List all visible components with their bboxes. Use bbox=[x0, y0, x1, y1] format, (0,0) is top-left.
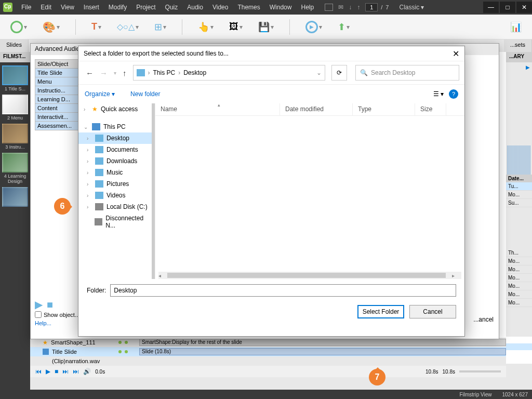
lib-row[interactable]: Mo... bbox=[506, 290, 532, 299]
help-link[interactable]: Help... bbox=[35, 320, 51, 326]
ff-icon[interactable]: ⏭ bbox=[62, 368, 69, 375]
show-objects-checkbox[interactable] bbox=[35, 311, 42, 318]
table-row[interactable]: Learning D... bbox=[35, 95, 82, 104]
folder-input[interactable] bbox=[110, 284, 456, 297]
breadcrumb-item[interactable]: This PC bbox=[153, 69, 176, 76]
assets-tool[interactable]: 📊 bbox=[510, 21, 522, 33]
view-options[interactable]: ☰ ▾ bbox=[433, 90, 444, 98]
add-tool[interactable]: ▾ bbox=[10, 21, 27, 33]
tab-slides[interactable]: Slides bbox=[0, 39, 29, 52]
maximize-button[interactable]: □ bbox=[500, 2, 515, 13]
page-current[interactable]: 1 bbox=[365, 3, 378, 11]
play-icon[interactable]: ▶ bbox=[46, 368, 50, 375]
menu-themes[interactable]: Themes bbox=[233, 2, 264, 13]
objects-tool[interactable]: ⊞▾ bbox=[154, 21, 166, 33]
speaker-icon[interactable]: 🔊 bbox=[83, 368, 91, 375]
lib-row[interactable]: Mo... bbox=[506, 282, 532, 290]
menu-project[interactable]: Project bbox=[131, 2, 160, 13]
minimize-button[interactable]: — bbox=[483, 2, 499, 13]
recent-dropdown-icon[interactable]: ▾ bbox=[112, 68, 118, 78]
menu-help[interactable]: Help bbox=[296, 2, 318, 13]
download-icon[interactable]: ↓ bbox=[349, 4, 352, 11]
slide-thumb-3[interactable]: 3 Instru... bbox=[2, 124, 28, 150]
close-icon[interactable]: ✕ bbox=[453, 49, 459, 59]
tree-videos[interactable]: ›Videos bbox=[78, 190, 155, 201]
lib-row[interactable]: Su... bbox=[506, 199, 532, 207]
slide-thumb-4[interactable]: 4 Learning Design bbox=[2, 153, 28, 184]
rewind-icon[interactable]: ⏮ bbox=[35, 368, 42, 375]
cancel-button[interactable]: Cancel bbox=[409, 305, 456, 318]
menu-quiz[interactable]: Quiz bbox=[161, 2, 183, 13]
stop-icon[interactable]: ■ bbox=[47, 299, 53, 311]
menu-file[interactable]: File bbox=[17, 2, 36, 13]
record-tool[interactable]: 💾▾ bbox=[258, 21, 274, 33]
table-row[interactable]: Interactivit... bbox=[35, 113, 82, 122]
lib-row[interactable]: Tu... bbox=[506, 182, 532, 191]
media-tool[interactable]: 🖼▾ bbox=[229, 21, 243, 32]
tab-assets[interactable]: ...sets bbox=[504, 39, 532, 52]
breadcrumb[interactable]: › This PC › Desktop ⌄ bbox=[133, 65, 326, 81]
tree-documents[interactable]: ›Documents bbox=[78, 144, 155, 155]
up-icon[interactable]: ↑ bbox=[357, 4, 360, 11]
tree-pictures[interactable]: ›Pictures bbox=[78, 178, 155, 190]
menu-video[interactable]: Video bbox=[208, 2, 233, 13]
menu-audio[interactable]: Audio bbox=[182, 2, 208, 13]
menu-modify[interactable]: Modify bbox=[104, 2, 131, 13]
col-size[interactable]: Size bbox=[415, 103, 446, 115]
table-row[interactable]: Title Slide bbox=[35, 69, 82, 77]
menu-edit[interactable]: Edit bbox=[36, 2, 56, 13]
lib-row[interactable]: Mo... bbox=[506, 257, 532, 265]
organize-menu[interactable]: Organize ▾ bbox=[85, 90, 115, 98]
col-name[interactable]: ▴Name bbox=[155, 103, 280, 115]
col-type[interactable]: Type bbox=[353, 103, 415, 115]
back-icon[interactable]: ← bbox=[84, 66, 96, 79]
up-icon[interactable]: ↑ bbox=[121, 66, 129, 79]
mail-icon[interactable]: ✉ bbox=[338, 4, 343, 11]
themes-tool[interactable]: 🎨▾ bbox=[43, 21, 60, 33]
menu-window[interactable]: Window bbox=[265, 2, 297, 13]
table-row[interactable]: Instructio... bbox=[35, 86, 82, 95]
lib-row[interactable]: Mo... bbox=[506, 274, 532, 282]
lib-row[interactable]: Mo... bbox=[506, 265, 532, 274]
hidden-cancel[interactable]: ...ancel bbox=[473, 316, 494, 323]
tree-desktop[interactable]: ›Desktop bbox=[78, 132, 155, 144]
timeline-row[interactable]: (Clip)narration.wav bbox=[30, 356, 506, 366]
timeline-row[interactable]: Title Slide Slide (10.8s) bbox=[30, 347, 506, 356]
shapes-tool[interactable]: ◇○△▾ bbox=[117, 22, 139, 32]
zoom-slider[interactable] bbox=[459, 370, 501, 373]
menu-view[interactable]: View bbox=[56, 2, 79, 13]
chevron-down-icon[interactable]: ⌄ bbox=[316, 69, 322, 76]
lib-row[interactable]: Mo... bbox=[506, 299, 532, 307]
lib-row[interactable]: Mo... bbox=[506, 191, 532, 199]
text-tool[interactable]: T▾ bbox=[91, 21, 101, 32]
table-row[interactable]: Assessmen... bbox=[35, 122, 82, 130]
play-icon[interactable]: ▶ bbox=[35, 298, 43, 311]
interactions-tool[interactable]: 👆▾ bbox=[198, 21, 214, 33]
slide-thumb-1[interactable]: 1 Title S... bbox=[2, 65, 28, 91]
menu-insert[interactable]: Insert bbox=[79, 2, 104, 13]
tree-downloads[interactable]: ›Downloads bbox=[78, 155, 155, 167]
stop-icon[interactable]: ■ bbox=[55, 368, 58, 375]
close-button[interactable]: ✕ bbox=[516, 2, 532, 13]
workspace-selector[interactable]: Classic ▾ bbox=[399, 4, 424, 11]
help-icon[interactable]: ? bbox=[449, 89, 458, 99]
tree-this-pc[interactable]: ⌄This PC bbox=[78, 121, 155, 132]
publish-tool[interactable]: ⬆▾ bbox=[338, 21, 350, 33]
tree-music[interactable]: ›Music bbox=[78, 167, 155, 178]
tree-scrollbar[interactable] bbox=[152, 103, 155, 279]
lib-col-date[interactable]: Date... bbox=[506, 175, 532, 182]
tree-quick-access[interactable]: ›★Quick access bbox=[78, 103, 155, 115]
forward-icon[interactable]: → bbox=[98, 66, 110, 79]
preview-tool[interactable]: ▶▾ bbox=[305, 21, 322, 33]
table-row[interactable]: Menu bbox=[35, 77, 82, 86]
tree-disconnected[interactable]: Disconnected N... bbox=[78, 212, 155, 231]
tree-local-disk[interactable]: ›Local Disk (C:) bbox=[78, 201, 155, 212]
play-icon[interactable]: ▶ bbox=[526, 64, 530, 76]
slide-thumb-5[interactable] bbox=[2, 187, 28, 207]
refresh-button[interactable]: ⟳ bbox=[331, 65, 347, 81]
search-input[interactable]: 🔍 Search Desktop bbox=[355, 65, 459, 81]
breadcrumb-item[interactable]: Desktop bbox=[183, 69, 206, 76]
slide-thumb-2[interactable]: 2 Menu bbox=[2, 95, 28, 121]
lib-row[interactable]: Th... bbox=[506, 249, 532, 257]
table-row[interactable]: Content bbox=[35, 104, 82, 113]
